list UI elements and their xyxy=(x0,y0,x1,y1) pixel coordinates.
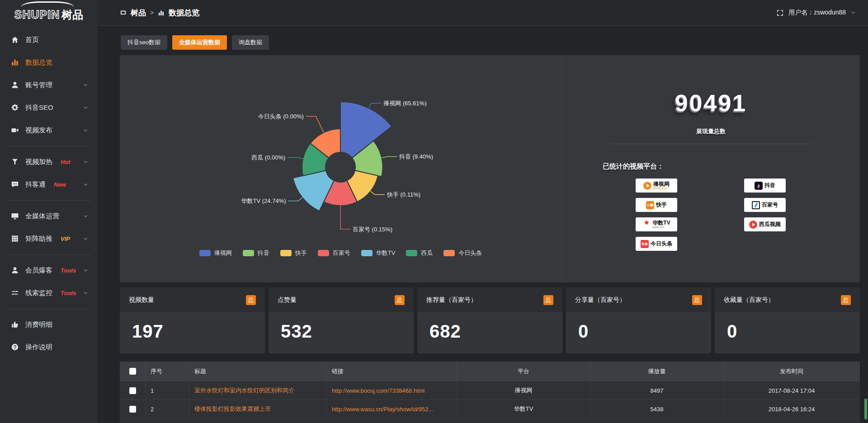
sidebar-item-label: 视频加热 xyxy=(25,158,52,166)
chevron-down-icon[interactable] xyxy=(850,10,856,15)
scrollbar-thumb[interactable] xyxy=(864,399,867,419)
baijiahao-logo xyxy=(752,201,760,209)
table-header-cell[interactable]: 链接 xyxy=(327,362,457,381)
pie-label: 快手 (0.11%) xyxy=(387,191,420,198)
table-header-cell[interactable]: 标题 xyxy=(189,362,327,381)
fullscreen-icon[interactable] xyxy=(776,9,784,17)
sidebar-item[interactable]: 线索监控Tools xyxy=(0,282,98,304)
legend-item[interactable]: 西瓜 xyxy=(406,249,433,257)
table-row-partial xyxy=(120,418,860,423)
stat-card-value: 0 xyxy=(715,313,860,342)
divider xyxy=(609,144,813,144)
total-badge[interactable]: 总 xyxy=(246,295,256,305)
main-area: 树品 > 数据总览 用户名：zswodun88 抖音seo数据全媒体运营数据询盘… xyxy=(98,0,868,423)
pie-label-line xyxy=(371,191,385,194)
app-logo[interactable]: SHUPIN 树品 xyxy=(0,0,98,26)
total-badge[interactable]: 总 xyxy=(395,295,405,305)
legend-label: 播视网 xyxy=(214,249,232,257)
stat-card-title: 分享量（百家号） xyxy=(575,296,626,304)
sidebar-divider xyxy=(6,254,91,255)
sidebar-item-label: 线索监控 xyxy=(25,289,52,297)
legend-chip xyxy=(406,250,417,256)
chevron-down-icon xyxy=(83,82,89,88)
legend-item[interactable]: 百家号 xyxy=(318,249,350,257)
chat-icon xyxy=(11,180,19,188)
pie-label: 百家号 (0.15%) xyxy=(353,226,392,233)
sidebar-item[interactable]: 操作说明 xyxy=(0,336,98,358)
pie-slice[interactable] xyxy=(293,170,334,211)
row-checkbox[interactable] xyxy=(129,406,136,413)
overview-panel: 播视网 (65.61%)抖音 (9.40%)快手 (0.11%)百家号 (0.1… xyxy=(120,55,860,282)
username[interactable]: 用户名：zswodun88 xyxy=(788,9,846,17)
video-title-link[interactable]: 楼体投影灯投影效果震撼上市 xyxy=(189,400,327,418)
row-checkbox[interactable] xyxy=(129,387,136,394)
sidebar-item[interactable]: 视频加热Hot xyxy=(0,150,98,173)
legend-item[interactable]: 抖音 xyxy=(243,249,269,257)
table-header-cell[interactable]: 平台 xyxy=(457,362,591,381)
legend-chip xyxy=(243,250,254,256)
table-header-cell[interactable]: 序号 xyxy=(146,362,189,381)
platform-badge: ♪抖音 xyxy=(744,179,786,193)
sidebar-item[interactable]: 首页 xyxy=(0,28,98,51)
video-url-link[interactable]: http://www.boosj.com/7338468.html xyxy=(327,381,457,400)
pie-label-line xyxy=(288,197,302,201)
total-badge[interactable]: 总 xyxy=(543,295,553,305)
stat-cards-row: 视频数量总197点赞量总532推荐量（百家号）总682分享量（百家号）总0收藏量… xyxy=(120,287,860,353)
sidebar-item[interactable]: 数据总览 xyxy=(0,51,98,74)
table-header-cell[interactable]: 播放量 xyxy=(591,362,723,381)
stat-card-title: 推荐量（百家号） xyxy=(426,296,477,304)
row-checkbox-cell xyxy=(120,400,146,418)
page-scrollbar[interactable] xyxy=(863,26,868,423)
sidebar-item[interactable]: 矩阵助推VIP xyxy=(0,227,98,250)
total-badge[interactable]: 总 xyxy=(841,295,851,305)
stat-card: 视频数量总197 xyxy=(120,287,265,353)
sidebar-item-tag: Hot xyxy=(61,159,71,165)
sidebar-item-tag: New xyxy=(54,181,66,188)
breadcrumb-root[interactable]: 树品 xyxy=(131,8,146,18)
sidebar-menu: 首页数据总览账号管理抖音SEO视频发布视频加热Hot抖客通New全媒体运营矩阵助… xyxy=(0,26,98,358)
total-badge[interactable]: 总 xyxy=(692,295,702,305)
platform-badge: 西瓜视频 xyxy=(744,217,786,231)
app-root: SHUPIN 树品 首页数据总览账号管理抖音SEO视频发布视频加热Hot抖客通N… xyxy=(0,0,868,423)
row-checkbox[interactable] xyxy=(129,368,136,375)
legend-item[interactable]: 快手 xyxy=(280,249,307,257)
wasu-logo: * xyxy=(642,221,651,229)
legend-label: 抖音 xyxy=(258,249,269,257)
pie-label-line xyxy=(288,157,303,159)
tab-item[interactable]: 询盘数据 xyxy=(232,35,269,50)
video-url-link[interactable]: http://www.wasu.cn/Play/show/id/952... xyxy=(327,400,457,418)
platform-name: 今日头条 xyxy=(651,241,672,247)
sidebar-item-label: 视频发布 xyxy=(25,126,52,135)
platform-cell: 播视网 xyxy=(457,381,591,400)
chevron-down-icon xyxy=(83,127,89,133)
platforms-title: 已统计的视频平台： xyxy=(603,162,860,171)
sidebar-item[interactable]: 视频发布 xyxy=(0,119,98,141)
table-header-row: 序号标题链接平台播放量发布时间 xyxy=(120,362,860,381)
video-icon xyxy=(11,126,19,134)
sidebar-item[interactable]: 消费明细 xyxy=(0,313,98,336)
platform-sub: boosj.com xyxy=(653,187,670,190)
chart-legend: 播视网抖音快手百家号华数TV西瓜今日头条 xyxy=(120,249,561,257)
table-header-cell[interactable]: 发布时间 xyxy=(723,362,860,381)
chevron-down-icon xyxy=(83,159,89,165)
sidebar-item[interactable]: 抖客通New xyxy=(0,173,98,196)
video-title-link[interactable]: 室外水纹灯和室内水纹灯的区别和简介 xyxy=(189,381,327,400)
tab-item[interactable]: 抖音seo数据 xyxy=(121,35,167,50)
tab-active[interactable]: 全媒体运营数据 xyxy=(172,35,227,50)
sidebar-item[interactable]: 账号管理 xyxy=(0,74,98,96)
legend-item[interactable]: 华数TV xyxy=(361,249,396,257)
legend-item[interactable]: 播视网 xyxy=(199,249,232,257)
sidebar-divider xyxy=(6,309,91,309)
grid-icon xyxy=(11,235,19,243)
expense-icon xyxy=(11,320,19,329)
sidebar-item-tag: Tools xyxy=(61,267,76,274)
sidebar-item-label: 全媒体运营 xyxy=(25,212,59,221)
sidebar-item[interactable]: 抖音SEO xyxy=(0,96,98,119)
stat-card-header: 收藏量（百家号）总 xyxy=(715,287,860,313)
legend-item[interactable]: 今日头条 xyxy=(443,249,482,257)
sidebar-item-label: 消费明细 xyxy=(25,320,52,329)
sidebar-item[interactable]: 全媒体运营 xyxy=(0,205,98,227)
pie-label: 华数TV (24.74%) xyxy=(241,197,286,204)
sidebar-item[interactable]: 会员爆客Tools xyxy=(0,259,98,282)
chevron-down-icon xyxy=(83,290,89,296)
